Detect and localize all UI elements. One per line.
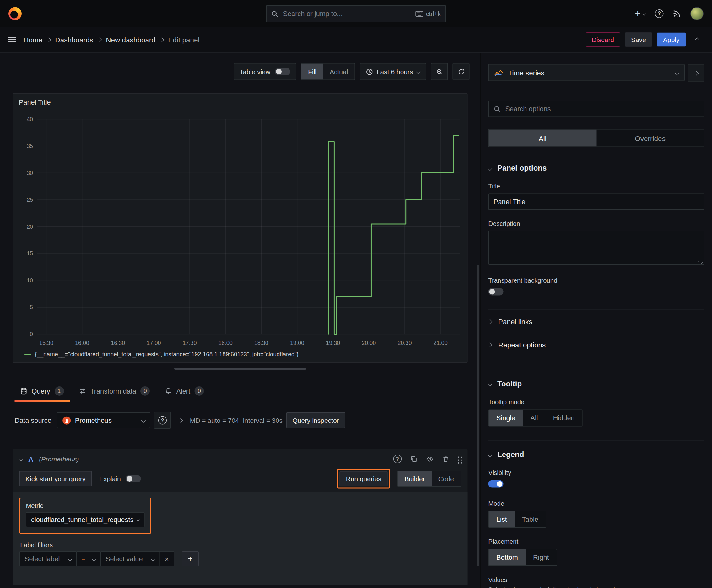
select-value-dropdown[interactable]: Select value — [101, 551, 160, 566]
kick-start-button[interactable]: Kick start your query — [19, 471, 92, 486]
left-scrollbar[interactable] — [477, 265, 480, 566]
actual-option[interactable]: Actual — [323, 64, 354, 80]
collapse-query-icon[interactable] — [19, 457, 23, 461]
breadcrumb-new-dashboard[interactable]: New dashboard — [106, 36, 155, 44]
discard-button[interactable]: Discard — [585, 33, 620, 47]
svg-text:16:00: 16:00 — [75, 340, 89, 346]
tooltip-title: Tooltip — [497, 380, 522, 388]
table-view-toggle[interactable] — [275, 68, 290, 76]
builder-option[interactable]: Builder — [398, 471, 431, 486]
global-search[interactable]: ctrl+k — [266, 5, 446, 22]
tab-transform-data[interactable]: Transform data 0 — [71, 380, 157, 402]
legend-placement-right[interactable]: Right — [525, 549, 557, 565]
query-datasource-name: (Prometheus) — [39, 455, 79, 463]
legend-mode-list[interactable]: List — [489, 511, 515, 527]
tooltip-header[interactable]: Tooltip — [489, 380, 705, 388]
chevron-right-icon — [488, 342, 492, 347]
save-button[interactable]: Save — [625, 33, 652, 47]
metric-value: cloudflared_tunnel_total_requests — [31, 516, 133, 524]
breadcrumb-dashboards[interactable]: Dashboards — [55, 36, 93, 44]
time-range-label: Last 6 hours — [377, 68, 413, 76]
query-inspector-button[interactable]: Query inspector — [286, 413, 345, 428]
legend-swatch[interactable] — [24, 354, 31, 355]
trash-icon[interactable] — [442, 456, 450, 463]
label-filters-row: Select label = Select value — [19, 551, 461, 566]
menu-toggle-icon[interactable] — [8, 37, 16, 38]
repeat-options-label: Repeat options — [498, 340, 546, 349]
legend-values-label: Values — [489, 576, 705, 584]
explain-toggle[interactable] — [126, 475, 141, 482]
remove-filter-button[interactable]: × — [159, 551, 174, 566]
panel-title-input[interactable] — [489, 194, 705, 210]
tab-alert[interactable]: Alert 0 — [157, 380, 211, 402]
user-avatar[interactable] — [690, 7, 704, 20]
panel-resize-handle[interactable] — [174, 368, 306, 370]
svg-text:15: 15 — [27, 250, 33, 257]
breadcrumb-home[interactable]: Home — [24, 36, 42, 44]
tab-query[interactable]: Query 1 — [13, 380, 71, 402]
grafana-logo[interactable] — [8, 7, 22, 20]
legend-placement-bottom[interactable]: Bottom — [489, 549, 525, 565]
tooltip-mode-hidden[interactable]: Hidden — [546, 410, 582, 426]
table-view-control[interactable]: Table view — [234, 63, 296, 80]
svg-text:10: 10 — [27, 277, 33, 284]
query-card-header[interactable]: A (Prometheus) ? — [13, 449, 468, 468]
panel-title[interactable]: Panel Title — [19, 99, 462, 106]
visualization-picker[interactable]: Time series — [489, 64, 685, 81]
table-view-label: Table view — [239, 68, 270, 76]
timeseries-chart[interactable]: 051015202530354015:3016:0016:3017:0017:3… — [18, 109, 462, 349]
panel-links-section[interactable]: Panel links — [489, 310, 705, 333]
code-option[interactable]: Code — [432, 471, 460, 486]
query-help-icon[interactable]: ? — [393, 455, 402, 463]
transform-count-badge: 0 — [140, 386, 150, 396]
repeat-options-section[interactable]: Repeat options — [489, 333, 705, 356]
legend-placement-group: Bottom Right — [489, 549, 557, 566]
operator-value: = — [82, 555, 86, 563]
tooltip-mode-all[interactable]: All — [523, 410, 545, 426]
legend-mode-table[interactable]: Table — [515, 511, 546, 527]
zoom-out-button[interactable] — [431, 63, 448, 80]
options-search-input[interactable] — [504, 105, 699, 113]
svg-text:0: 0 — [30, 331, 33, 337]
time-range-picker[interactable]: Last 6 hours — [360, 63, 426, 80]
options-tab-overrides[interactable]: Overrides — [597, 130, 704, 147]
add-filter-button[interactable]: + — [182, 551, 199, 566]
new-menu-button[interactable]: + — [635, 8, 645, 19]
news-rss-icon[interactable] — [673, 9, 681, 18]
apply-button[interactable]: Apply — [657, 33, 686, 47]
transparent-bg-toggle[interactable] — [489, 288, 503, 296]
options-search[interactable] — [489, 101, 705, 117]
panel-options-header[interactable]: Panel options — [489, 164, 705, 172]
chevron-right-icon — [488, 319, 492, 324]
resize-grip-icon[interactable] — [698, 259, 703, 264]
tooltip-mode-single[interactable]: Single — [489, 410, 523, 426]
fill-option[interactable]: Fill — [301, 64, 323, 80]
chevron-right-icon — [694, 71, 698, 76]
help-icon[interactable]: ? — [655, 9, 664, 18]
legend-header[interactable]: Legend — [489, 450, 705, 459]
select-label-dropdown[interactable]: Select label — [19, 551, 77, 566]
toggle-viz-picker-button[interactable] — [688, 64, 705, 82]
legend-series-label[interactable]: {__name__="cloudflared_tunnel_total_requ… — [35, 351, 299, 358]
search-input[interactable] — [282, 9, 412, 18]
query-options-expand[interactable] — [175, 413, 186, 428]
timeseries-viz-icon — [494, 69, 503, 76]
breadcrumb: Home Dashboards New dashboard Edit panel — [24, 36, 200, 44]
explain-label: Explain — [99, 475, 121, 482]
duplicate-icon[interactable] — [410, 456, 417, 463]
datasource-picker[interactable]: Prometheus — [57, 413, 150, 428]
drag-handle-icon[interactable] — [458, 456, 459, 458]
description-textarea[interactable] — [489, 231, 705, 265]
legend-visibility-toggle[interactable] — [489, 480, 503, 488]
collapse-options-button[interactable] — [690, 33, 704, 46]
run-queries-button[interactable]: Run queries — [340, 471, 387, 486]
datasource-help-button[interactable]: ? — [154, 412, 171, 429]
operator-dropdown[interactable]: = — [76, 551, 101, 566]
refresh-button[interactable] — [453, 63, 470, 80]
query-toolbar: Kick start your query Explain Run querie… — [13, 468, 468, 489]
options-tab-all[interactable]: All — [489, 130, 597, 147]
hide-response-eye-icon[interactable] — [426, 456, 434, 463]
metric-select[interactable]: cloudflared_tunnel_total_requests — [26, 512, 145, 527]
description-wrap — [489, 231, 705, 267]
chevron-right-icon — [97, 37, 102, 42]
